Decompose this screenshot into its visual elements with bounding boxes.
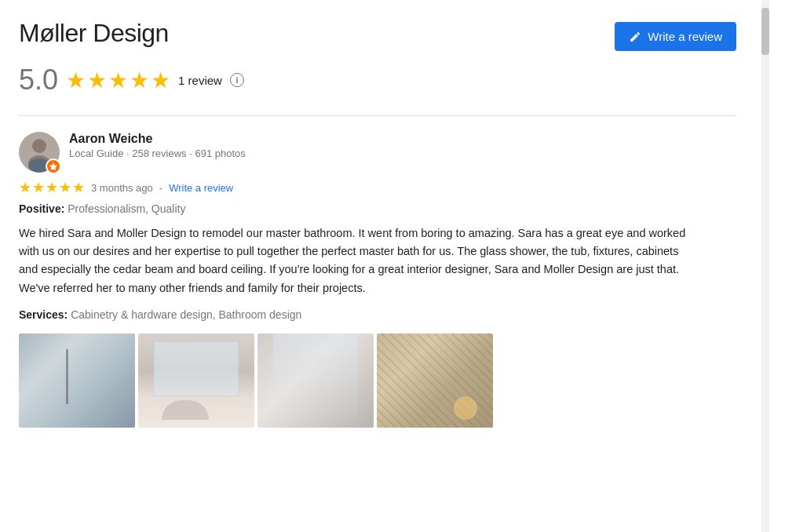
page-wrapper: Møller Design Write a review 5.0 ★ ★ ★ ★… [0,0,785,532]
main-content: Møller Design Write a review 5.0 ★ ★ ★ ★… [0,0,761,532]
review-stars-row: ★ ★ ★ ★ ★ 3 months ago - Write a review [19,179,736,196]
write-review-inline-link[interactable]: Write a review [169,182,233,194]
review-photo-1[interactable] [19,333,135,428]
positive-line: Positive: Professionalism, Quality [19,202,736,215]
review-star-5: ★ [72,179,85,196]
write-review-button[interactable]: Write a review [615,22,736,51]
star-2: ★ [87,67,107,93]
section-divider [19,115,736,116]
review-body: We hired Sara and Moller Design to remod… [19,224,694,297]
positive-label: Positive: [19,202,64,215]
review-star-3: ★ [46,179,58,196]
services-line: Services: Cabinetry & hardware design, B… [19,308,736,321]
services-label: Services: [19,308,68,321]
business-title: Møller Design [19,19,169,48]
reviewer-info: Aaron Weiche Local Guide · 258 reviews ·… [69,132,246,159]
photos-row [19,333,736,428]
svg-marker-4 [49,162,57,170]
header-row: Møller Design Write a review [19,19,736,51]
review-time: 3 months ago [91,182,153,194]
review-photo-4[interactable] [377,333,493,428]
rating-row: 5.0 ★ ★ ★ ★ ★ 1 review i [19,64,736,97]
reviewer-meta: Local Guide · 258 reviews · 691 photos [69,148,246,159]
star-4: ★ [130,67,149,93]
avatar-wrapper [19,132,60,173]
scrollbar-thumb[interactable] [761,8,769,55]
scrollbar[interactable] [761,0,769,532]
local-guide-badge [46,159,61,174]
review-stars: ★ ★ ★ ★ ★ [19,179,85,196]
svg-point-1 [32,139,46,153]
badge-icon [49,162,58,171]
review-star-4: ★ [59,179,71,196]
services-value: Cabinetry & hardware design, Bathroom de… [71,308,301,321]
star-1: ★ [66,67,86,93]
write-review-label: Write a review [648,30,722,43]
review-container: Aaron Weiche Local Guide · 258 reviews ·… [19,132,736,428]
rating-score: 5.0 [19,64,58,97]
review-photo-3[interactable] [257,333,374,428]
time-separator: - [159,182,162,194]
reviewer-name: Aaron Weiche [69,132,246,146]
review-photo-2[interactable] [138,333,254,428]
star-3: ★ [108,67,128,93]
positive-value: Professionalism, Quality [68,202,185,215]
info-icon[interactable]: i [230,73,244,87]
review-star-2: ★ [32,179,45,196]
rating-stars: ★ ★ ★ ★ ★ [66,67,170,93]
review-star-1: ★ [19,179,31,196]
reviewer-header: Aaron Weiche Local Guide · 258 reviews ·… [19,132,736,173]
star-5: ★ [151,67,170,93]
review-count: 1 review [178,74,222,87]
pencil-icon [629,31,641,43]
